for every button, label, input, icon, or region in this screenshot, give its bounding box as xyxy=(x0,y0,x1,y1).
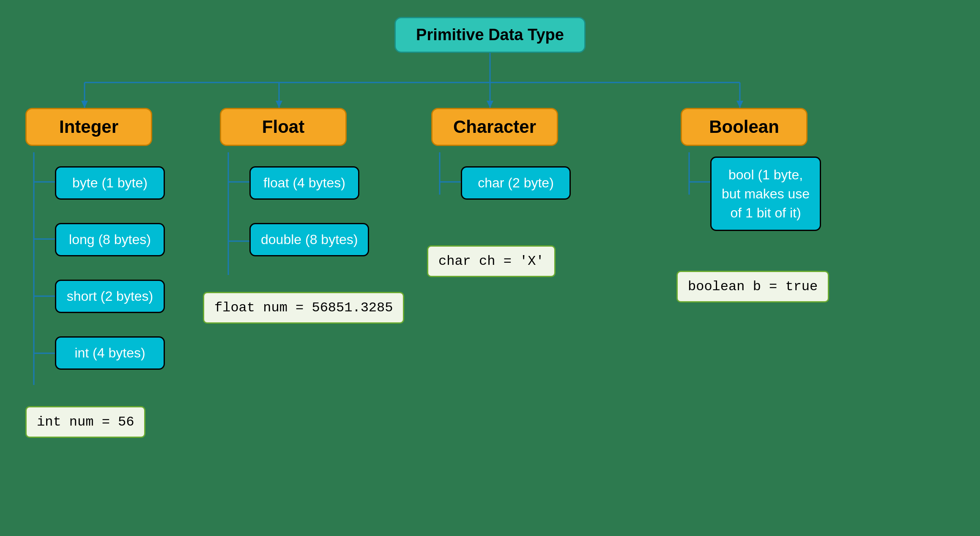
category-float: Float xyxy=(220,108,347,146)
example-character: char ch = 'X' xyxy=(427,245,556,277)
subtype-int-label: int (4 bytes) xyxy=(74,345,145,360)
subtype-short-label: short (2 bytes) xyxy=(67,289,153,304)
subtype-byte: byte (1 byte) xyxy=(55,166,165,200)
subtype-double-label: double (8 bytes) xyxy=(261,232,358,247)
example-character-label: char ch = 'X' xyxy=(438,253,544,269)
example-integer-label: int num = 56 xyxy=(37,414,134,430)
example-boolean-label: boolean b = true xyxy=(688,279,818,294)
subtype-float-label: float (4 bytes) xyxy=(263,175,345,190)
subtype-bool: bool (1 byte,but makes useof 1 bit of it… xyxy=(710,157,821,231)
subtype-bool-label: bool (1 byte,but makes useof 1 bit of it… xyxy=(722,167,810,220)
category-integer-label: Integer xyxy=(59,117,118,137)
subtype-byte-label: byte (1 byte) xyxy=(72,175,148,190)
category-integer: Integer xyxy=(25,108,152,146)
svg-marker-20 xyxy=(487,101,493,108)
category-boolean: Boolean xyxy=(681,108,808,146)
example-float: float num = 56851.3285 xyxy=(203,292,404,324)
example-boolean: boolean b = true xyxy=(676,271,829,302)
category-character-label: Character xyxy=(453,117,536,137)
subtype-long: long (8 bytes) xyxy=(55,223,165,256)
svg-marker-18 xyxy=(81,101,88,108)
subtype-char-label: char (2 byte) xyxy=(478,175,554,190)
example-float-label: float num = 56851.3285 xyxy=(214,300,393,316)
root-label: Primitive Data Type xyxy=(416,26,564,44)
category-boolean-label: Boolean xyxy=(709,117,779,137)
svg-marker-19 xyxy=(276,101,282,108)
subtype-float: float (4 bytes) xyxy=(249,166,359,200)
svg-marker-21 xyxy=(736,101,743,108)
root-node: Primitive Data Type xyxy=(394,17,586,53)
subtype-int: int (4 bytes) xyxy=(55,336,165,370)
subtype-short: short (2 bytes) xyxy=(55,280,165,313)
subtype-double: double (8 bytes) xyxy=(249,223,369,256)
subtype-char: char (2 byte) xyxy=(461,166,571,200)
diagram: Primitive Data Type Integer byte (1 byte… xyxy=(0,0,980,536)
subtype-long-label: long (8 bytes) xyxy=(69,232,151,247)
category-character: Character xyxy=(431,108,558,146)
example-integer: int num = 56 xyxy=(25,406,145,438)
category-float-label: Float xyxy=(262,117,304,137)
